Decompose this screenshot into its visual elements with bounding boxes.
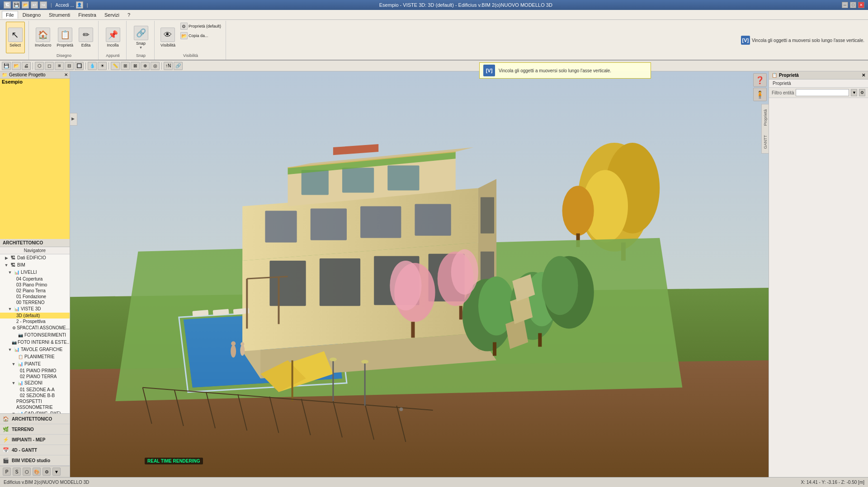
visibilita-button[interactable]: 👁 Visibilità (158, 22, 178, 53)
proprieta-button[interactable]: 📋 Proprietà (55, 22, 76, 53)
tree-copertura[interactable]: 04 Copertura (0, 276, 70, 282)
toggle-sez[interactable]: ▼ (11, 381, 16, 385)
tb-view1[interactable]: ⬡ (35, 62, 44, 70)
tree-planimetrie[interactable]: 📋 PLANIMETRIE (0, 353, 70, 361)
tree-fondazione[interactable]: 01 Fondazione (0, 294, 70, 300)
module-4d[interactable]: 📅 4D - GANTT (0, 445, 70, 455)
tb-light[interactable]: ☀ (98, 62, 107, 70)
menu-file[interactable]: File (2, 11, 18, 19)
module-impianti[interactable]: ⚡ IMPIANTI - MEP (0, 435, 70, 445)
tree-foto-interni[interactable]: 📷 FOTO INTERNI & ESTE... (0, 339, 70, 346)
viewport-person-btn[interactable]: 🧍 (753, 88, 767, 101)
toggle-tav[interactable]: ▼ (7, 347, 13, 352)
minimize-button[interactable]: ─ (842, 2, 848, 8)
tree-livelli[interactable]: ▼ 📊 LIVELLI (0, 269, 70, 276)
bi-hex[interactable]: ⬡ (23, 468, 31, 476)
tb-align[interactable]: ⊕ (141, 62, 150, 70)
menu-finestra[interactable]: Finestra (75, 11, 100, 19)
toggle-dati[interactable]: ▶ (4, 256, 9, 260)
tree-3d-default[interactable]: 3D (default) (0, 313, 70, 318)
tb-snap2[interactable]: ⊠ (131, 62, 140, 70)
tree-spaccati[interactable]: ⚙ SPACCATI ASSONOME... (0, 324, 70, 332)
maximize-button[interactable]: □ (850, 2, 856, 8)
tree-terreno[interactable]: 00 TERRENO (0, 300, 70, 305)
bi-more[interactable]: ▼ (52, 468, 61, 476)
filtro-btn[interactable]: ▼ (851, 89, 857, 96)
bi-gear[interactable]: ⚙ (42, 468, 51, 476)
tree-piante[interactable]: ▼ 📊 PIANTE (0, 361, 70, 368)
tree-piano-primo-t[interactable]: 01 PIANO PRIMO (0, 368, 70, 374)
close-button[interactable]: ✕ (858, 2, 864, 8)
viewport-question-btn[interactable]: ❓ (753, 73, 767, 87)
module-bimvideo[interactable]: 🎬 BIM VIDEO studio (0, 455, 70, 466)
module-terreno[interactable]: 🌿 TERRENO (0, 424, 70, 435)
tb-view3[interactable]: ⊞ (55, 62, 64, 70)
vtab-gantt[interactable]: GANTT (762, 131, 769, 154)
save-quick[interactable]: 💾 (13, 1, 20, 9)
toggle-livelli[interactable]: ▼ (7, 270, 13, 275)
tree-sezioni[interactable]: ▼ 📊 SEZIONI (0, 379, 70, 387)
tree-sezione-bb[interactable]: 02 SEZIONE B-B (0, 393, 70, 398)
tree-piano-terra-t[interactable]: 02 PIANO TERRA (0, 374, 70, 379)
tooltip-v-badge[interactable]: [V] (483, 65, 495, 76)
prop-default-button[interactable]: ⚙ Proprietà (default) (179, 22, 223, 31)
help-v-button[interactable]: [V] (741, 36, 750, 45)
toggle-bim[interactable]: ▼ (4, 263, 9, 267)
tb-render[interactable]: 💧 (88, 62, 97, 70)
edita-button[interactable]: ✏ Edita (76, 22, 95, 53)
project-name[interactable]: Esempio (0, 79, 70, 239)
left-collapse-tab[interactable]: ◀ (70, 113, 77, 126)
toggle-v3d[interactable]: ▼ (7, 307, 13, 311)
filtro-input[interactable] (796, 89, 849, 96)
user-icon[interactable]: 👤 (76, 1, 83, 9)
tree-container[interactable]: ▶ 🏗 Dati EDIFICIO ▼ 🏗 BIM ▼ 📊 LIVELLI 04… (0, 254, 70, 414)
menu-help[interactable]: ? (124, 11, 134, 19)
tree-sezione-aa[interactable]: 01 SEZIONE A-A (0, 387, 70, 393)
tree-bim[interactable]: ▼ 🏗 BIM (0, 262, 70, 269)
prop-tab[interactable]: Proprietà (769, 80, 868, 88)
project-collapse[interactable]: ✕ (64, 72, 68, 77)
tree-prospettiva[interactable]: 2 - Prospettiva (0, 318, 70, 324)
account-label[interactable]: Accedi ... (56, 3, 74, 8)
tree-viste3d[interactable]: ▼ 📊 VISTE 3D (0, 305, 70, 313)
tb-save[interactable]: 💾 (2, 62, 11, 70)
toggle-piante[interactable]: ▼ (11, 362, 16, 366)
bi-p[interactable]: P (3, 468, 11, 476)
involucro-button[interactable]: 🏠 Involucro (33, 22, 54, 53)
prop-collapse[interactable]: ✕ (862, 73, 865, 78)
tb-north[interactable]: ↑N (164, 62, 173, 70)
undo-quick[interactable]: ↩ (31, 1, 38, 9)
viewport[interactable]: REAL TIME RENDERING ❓ 🧍 (70, 71, 769, 477)
tb-view4[interactable]: ⊟ (65, 62, 74, 70)
tb-open[interactable]: 📂 (12, 62, 21, 70)
tb-measure[interactable]: 📏 (111, 62, 120, 70)
tb-view2[interactable]: ◻ (45, 62, 54, 70)
tree-assonometrie[interactable]: ASSONOMETRIE (0, 404, 70, 410)
tb-print[interactable]: 🖨 (22, 62, 31, 70)
menu-strumenti[interactable]: Strumenti (45, 11, 74, 19)
vtab-proprieta[interactable]: Proprietà (762, 104, 769, 131)
select-button[interactable]: ↖ Select (6, 22, 25, 53)
tree-prospetti[interactable]: PROSPETTI (0, 398, 70, 404)
tb-grid[interactable]: ⊞ (121, 62, 130, 70)
tree-fotoinserimenti[interactable]: 📷 FOTOINSERIMENTI (0, 332, 70, 339)
tree-piano-terra[interactable]: 02 Piano Terra (0, 288, 70, 294)
tb-view5[interactable]: 🔲 (75, 62, 84, 70)
menu-disegno[interactable]: Disegno (19, 11, 44, 19)
tree-cad[interactable]: ▼ 📊 CAD (DWG, DXF) (0, 410, 70, 414)
bi-s[interactable]: S (13, 468, 21, 476)
module-architettonico[interactable]: 🏠 ARCHITETTONICO (0, 414, 70, 424)
tree-tavole[interactable]: ▼ 📊 TAVOLE GRAFICHE (0, 346, 70, 353)
redo-quick[interactable]: ↪ (40, 1, 47, 9)
bi-paint[interactable]: 🎨 (33, 468, 41, 476)
snap-button[interactable]: 🔗 Snap ▼ (132, 22, 151, 53)
tb-share[interactable]: 🔗 (174, 62, 183, 70)
tree-piano-primo[interactable]: 03 Piano Primo (0, 282, 70, 288)
incolla-button[interactable]: 📌 Incolla (104, 22, 123, 53)
copia-da-button[interactable]: 📂 Copia da... (179, 31, 223, 40)
tree-dati-edificio[interactable]: ▶ 🏗 Dati EDIFICIO (0, 254, 70, 262)
tb-origin[interactable]: ◎ (151, 62, 160, 70)
filtro-settings-btn[interactable]: ⚙ (859, 89, 865, 96)
open-quick[interactable]: 📂 (22, 1, 29, 9)
menu-servizi[interactable]: Servizi (101, 11, 123, 19)
